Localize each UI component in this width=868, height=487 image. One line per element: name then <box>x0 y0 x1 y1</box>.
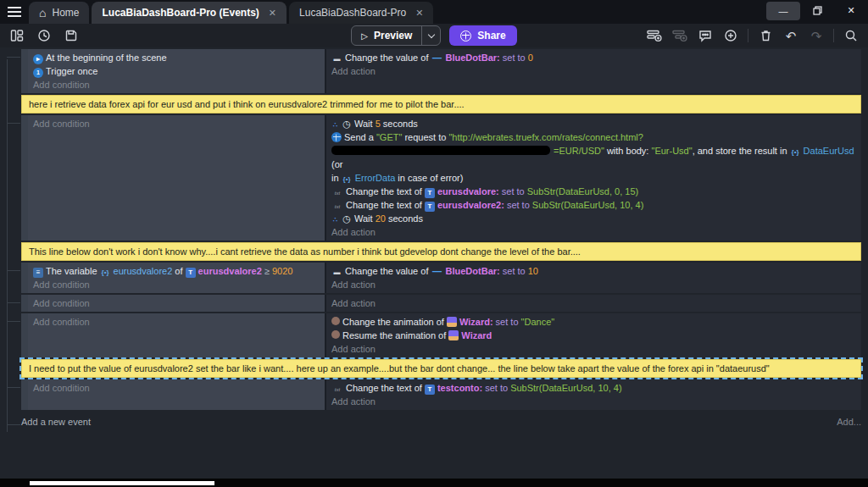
event-drag-handle[interactable] <box>21 49 28 93</box>
add-action-link[interactable]: Add action <box>331 64 858 78</box>
actions-cell: Change the animation of Wizard: set to "… <box>326 313 861 357</box>
history-icon[interactable] <box>36 27 53 44</box>
action-instruction[interactable]: Resume the animation of Wizard <box>331 329 858 342</box>
comment-row[interactable]: This line below don't work i don't know … <box>21 242 861 261</box>
text-run: set to <box>499 186 527 196</box>
add-new-event-link[interactable]: Add a new event <box>21 417 91 427</box>
text-run: Wizard <box>461 330 492 340</box>
comment-row[interactable]: I need to put the value of eurusdvalore2… <box>21 359 861 378</box>
event-drag-handle[interactable] <box>21 313 28 357</box>
share-label: Share <box>477 30 505 42</box>
clock-icon <box>342 119 352 129</box>
add-condition-link[interactable]: Add condition <box>33 381 321 395</box>
action-instruction[interactable]: Change the value of BlueDotBar: set to 1… <box>331 264 858 278</box>
text-run: ≥ <box>262 266 272 276</box>
text-run: 9020 <box>272 266 292 276</box>
add-action-link[interactable]: Add action <box>331 395 858 408</box>
text-run: testconto: <box>437 383 482 393</box>
condition-instruction[interactable]: At the beginning of the scene <box>33 51 321 64</box>
preview-button[interactable]: ▷ Preview <box>351 25 441 46</box>
bluedotbar-icon <box>431 53 443 63</box>
condition-instruction[interactable]: Trigger once <box>33 64 321 78</box>
events-sheet: At the beginning of the sceneTrigger onc… <box>0 47 868 479</box>
action-instruction[interactable]: Change the text of eurusdvalore2: set to… <box>331 198 858 212</box>
tab-label: LucaBiaDashBoard-Pro <box>299 7 406 19</box>
add-circle-icon[interactable] <box>722 27 739 44</box>
action-instruction[interactable]: Send a "GET" request to "http://webrates… <box>331 130 858 185</box>
text-object-icon <box>425 202 435 212</box>
action-instruction[interactable]: Change the value of BlueDotBar: set to 0 <box>331 51 858 64</box>
conditions-cell: At the beginning of the sceneTrigger onc… <box>28 49 326 93</box>
hamburger-menu-icon[interactable] <box>0 0 29 24</box>
save-icon[interactable] <box>63 27 80 44</box>
add-action-link[interactable]: Add action <box>331 225 858 239</box>
delete-icon[interactable] <box>757 27 774 44</box>
bottom-strip <box>0 479 868 487</box>
comment-row[interactable]: here i retrieve data forex api for eur u… <box>21 95 861 113</box>
add-more-link[interactable]: Add... <box>837 417 861 427</box>
conditions-cell: Add condition <box>28 115 326 241</box>
text-run: eurusdvalore2: <box>437 200 504 210</box>
share-button[interactable]: Share <box>449 25 516 46</box>
preview-dropdown-button[interactable] <box>421 26 440 45</box>
struct-var-icon <box>342 174 353 185</box>
text-run: eurusdvalore2 <box>198 266 262 276</box>
undo-icon[interactable]: ↶ <box>782 27 799 44</box>
bottom-scrollbar[interactable] <box>30 481 214 485</box>
text-run: Wait <box>354 119 376 129</box>
add-condition-link[interactable]: Add condition <box>33 278 321 291</box>
text-run: eurusdvalore: <box>437 186 499 196</box>
action-instruction[interactable]: Change the animation of Wizard: set to "… <box>331 315 858 329</box>
actions-cell: Change the text of testconto: set to Sub… <box>326 379 861 410</box>
minimize-button[interactable]: — <box>766 2 800 20</box>
restore-button[interactable] <box>800 1 834 19</box>
text-run: Change the text of <box>346 200 425 210</box>
event-drag-handle[interactable] <box>21 115 28 241</box>
event-drag-handle[interactable] <box>21 379 28 410</box>
action-instruction[interactable]: Wait 5 seconds <box>331 117 858 130</box>
action-instruction[interactable]: Change the text of testconto: set to Sub… <box>331 381 858 395</box>
text-run: Change the text of <box>346 186 425 196</box>
text-run: BlueDotBar: <box>446 266 500 276</box>
add-condition-link[interactable]: Add condition <box>33 296 321 310</box>
event-row: Add conditionWait 5 secondsSend a "GET" … <box>21 115 861 241</box>
add-comment-icon[interactable] <box>697 27 714 44</box>
add-event-icon[interactable] <box>646 27 663 44</box>
chevron-down-icon <box>428 30 435 37</box>
text-run: in case of error) <box>395 173 463 183</box>
condition-instruction[interactable]: The variable eurusdvalore2 of eurusdvalo… <box>33 264 321 278</box>
add-subevent-icon[interactable] <box>671 27 688 44</box>
tab-events-sheet[interactable]: LucaBiaDashBoard-Pro (Events) ✕ <box>92 2 287 24</box>
close-window-button[interactable]: ✕ <box>834 1 868 19</box>
event-drag-handle[interactable] <box>21 295 28 312</box>
add-action-link[interactable]: Add action <box>331 278 858 291</box>
text-run: =EUR/USD" <box>554 146 604 156</box>
add-action-link[interactable]: Add action <box>331 342 858 356</box>
actions-cell: Change the value of BlueDotBar: set to 0… <box>326 49 861 93</box>
clock-icon <box>342 213 352 224</box>
toolbar-divider <box>748 29 748 42</box>
close-tab-icon[interactable]: ✕ <box>265 8 276 19</box>
async-icon <box>331 120 339 130</box>
toolbar: ▷ Preview Share <box>0 24 868 47</box>
redo-icon[interactable]: ↷ <box>808 27 825 44</box>
add-condition-link[interactable]: Add condition <box>33 78 321 91</box>
add-condition-link[interactable]: Add condition <box>33 117 321 130</box>
add-action-link[interactable]: Add action <box>331 296 858 310</box>
text-run: Send a <box>344 132 376 142</box>
text-run: , and store the result in <box>693 146 790 156</box>
action-instruction[interactable]: Change the text of eurusdvalore: set to … <box>331 185 858 198</box>
text-action-icon <box>331 202 343 212</box>
text-run: 20 <box>376 213 386 224</box>
tab-home[interactable]: ⌂ Home <box>29 2 89 24</box>
action-instruction[interactable]: Wait 20 seconds <box>331 212 858 225</box>
text-action-icon <box>331 188 343 198</box>
add-condition-link[interactable]: Add condition <box>33 315 321 329</box>
event-drag-handle[interactable] <box>21 263 28 293</box>
close-tab-icon[interactable]: ✕ <box>412 8 423 19</box>
tab-scene[interactable]: LucaBiaDashBoard-Pro ✕ <box>289 2 433 24</box>
text-run: SubStr(DataEurUsd, 0, 15) <box>527 186 638 196</box>
search-icon[interactable] <box>843 27 860 44</box>
project-manager-icon[interactable] <box>8 27 25 44</box>
event-row: Add conditionChange the animation of Wiz… <box>21 313 861 357</box>
